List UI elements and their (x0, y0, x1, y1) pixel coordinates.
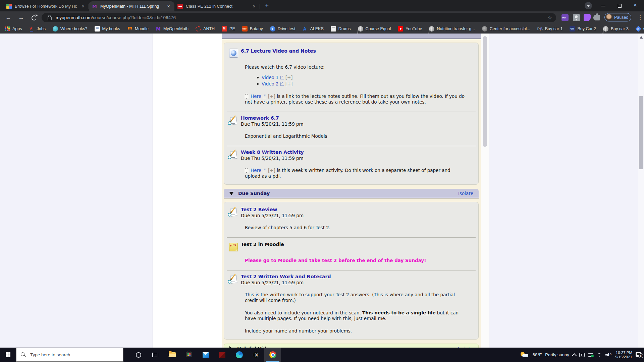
taskbar-app-store[interactable] (180, 348, 197, 362)
taskbar-app-redapp[interactable] (214, 348, 231, 362)
menu-dots-icon[interactable] (635, 14, 642, 21)
collapse-triangle-icon[interactable] (229, 192, 234, 195)
browser-tab-class-pe-212-in-co[interactable]: Class PE 212 in Connect× (174, 1, 260, 11)
weather-icon[interactable] (520, 352, 529, 358)
taskbar-app-edge[interactable] (231, 348, 248, 362)
windows-logo-icon (6, 352, 11, 357)
paragraph: This is the written work to support your… (245, 292, 465, 303)
window-scrollbar[interactable] (638, 34, 644, 348)
text-segment[interactable]: [+] (268, 168, 275, 173)
window-scrollbar-thumb[interactable] (639, 96, 643, 169)
bookmark-label: Drums (338, 26, 351, 31)
taskbar-search[interactable] (16, 348, 123, 362)
bookmark-buy-car-2[interactable]: Buy Car 2 (570, 26, 596, 32)
cast-tray-icon[interactable] (579, 353, 585, 357)
bookmark-star-icon[interactable] (548, 15, 552, 21)
bookmark-jobs[interactable]: Jobs (29, 26, 46, 32)
weather-temperature[interactable]: 68°F (533, 352, 542, 357)
extensions-puzzle-icon[interactable] (594, 15, 600, 20)
wifi-tray-icon[interactable] (597, 353, 602, 357)
profile-paused-button[interactable]: Paused (604, 13, 631, 21)
content-scrollbar[interactable] (481, 34, 489, 348)
lock-icon[interactable] (48, 17, 52, 20)
gd-square-icon (570, 26, 575, 32)
taskbar-app-folder[interactable] (164, 348, 180, 362)
address-bar[interactable]: myopenmath.com/course/course.php?folder=… (42, 13, 556, 22)
doc-gray-icon (331, 26, 336, 32)
forward-button[interactable] (17, 13, 25, 22)
taskbar-app-chrome[interactable] (264, 348, 281, 362)
bookmark-label: Buy car 3 (611, 26, 629, 31)
tab-close-icon[interactable]: × (80, 4, 86, 9)
bookmark-drums[interactable]: Drums (331, 26, 351, 32)
bookmarks-overflow-chevron-icon[interactable]: » (637, 26, 639, 32)
reload-button[interactable] (30, 13, 38, 22)
battery-security-tray-icon[interactable] (588, 353, 593, 357)
accessibility-extension-icon[interactable] (573, 14, 580, 21)
new-tab-button[interactable] (263, 1, 272, 11)
taskbar-app-taskview[interactable] (147, 348, 164, 362)
bookmark-apps[interactable]: Apps (5, 26, 22, 32)
back-button[interactable] (4, 13, 13, 22)
paragraph: Include your name and number your proble… (245, 328, 465, 334)
text-segment[interactable]: [+] (268, 94, 275, 99)
item-title-link[interactable]: Homework 6.7 (241, 115, 478, 121)
store-taskbar-icon (186, 352, 192, 357)
taskbar-app-cortana[interactable] (130, 348, 147, 362)
taskbar-app-mail[interactable] (197, 348, 214, 362)
isolate-link[interactable]: Isolate (458, 191, 473, 196)
taskbar-app-xbox[interactable] (248, 348, 264, 362)
weather-condition[interactable]: Partly sunny (545, 352, 569, 357)
minimize-button[interactable] (598, 1, 608, 11)
scroll-up-arrow-icon[interactable] (640, 36, 643, 39)
show-hidden-icons-chevron-icon[interactable] (572, 353, 577, 358)
bookmark-moodle[interactable]: Moodle (127, 26, 149, 32)
bookmark-pe[interactable]: PE (222, 26, 235, 32)
content-link[interactable]: Video 1 (262, 75, 279, 80)
bookmarks-bar: AppsJobsWhere books?My booksMoodleMyOpen… (0, 24, 644, 34)
bookmark-where-books[interactable]: Where books? (53, 26, 88, 32)
content-link[interactable]: Here (251, 94, 261, 99)
pdf-extension-icon[interactable] (561, 14, 569, 21)
search-input[interactable] (30, 352, 115, 358)
item-title-link[interactable]: Test 2 Review (241, 207, 478, 212)
bookmark-course-equal[interactable]: Course Equal (358, 26, 391, 32)
tab-close-icon[interactable]: × (251, 4, 257, 9)
content-link[interactable]: Here (251, 168, 261, 173)
item-title-link[interactable]: Test 2 Written Work and Notecard (241, 274, 478, 279)
bookmark-nutrition-transfer-g[interactable]: Nutrition transfer g... (429, 26, 475, 32)
volume-muted-tray-icon[interactable] (605, 353, 612, 357)
maximize-button[interactable] (614, 1, 625, 11)
notification-center-icon[interactable]: 5 (636, 352, 642, 357)
purple-extension-icon[interactable] (584, 14, 591, 21)
item-title-link[interactable]: Week 8 Written Activity (241, 149, 478, 155)
tab-search-icon[interactable] (585, 2, 592, 9)
taskbar-clock[interactable]: 10:27 PM 5/15/2021 (615, 351, 632, 359)
content-link[interactable]: Video 2 (262, 81, 279, 86)
tab-close-icon[interactable]: × (166, 4, 171, 9)
text-segment[interactable]: [+] (285, 75, 293, 80)
bookmark-buy-car-1[interactable]: Buy car 1 (537, 26, 563, 32)
browser-tab-browse-for-homewor[interactable]: Browse For Homework Do My Hc× (3, 1, 89, 11)
section-header-due-sunday[interactable]: Due SundayIsolate (224, 189, 479, 198)
start-button[interactable] (0, 348, 16, 362)
item-title-link[interactable]: 6.7 Lecture Video and Notes (241, 48, 478, 54)
content-scrollbar-thumb[interactable] (483, 36, 487, 147)
bookmark-drive-test[interactable]: Drive test (270, 26, 296, 32)
paragraph: You also need to include your notecard i… (245, 310, 465, 321)
bookmark-myopenmath[interactable]: MyOpenMath (156, 26, 189, 32)
browser-tab-myopenmath-mth-1[interactable]: MyOpenMath - MTH 111 Spring× (89, 1, 174, 11)
bookmark-my-books[interactable]: My books (95, 26, 120, 32)
paragraph: Here[+] is a link to the lecture notes o… (245, 94, 465, 105)
bookmark-youtube[interactable]: YouTube (398, 26, 422, 32)
window-close-button[interactable] (631, 1, 641, 11)
bookmark-botany[interactable]: Botany (242, 26, 263, 32)
bookmark-center-for-accessibl[interactable]: Center for accessibl... (482, 26, 530, 32)
text-segment[interactable]: [+] (285, 81, 293, 86)
bookmark-aleks[interactable]: ALEKS (302, 26, 323, 32)
bookmark-label: Course Equal (366, 26, 391, 31)
external-link-icon (263, 95, 266, 98)
tab-title: Class PE 212 in Connect (186, 4, 251, 9)
bookmark-buy-car-3[interactable]: Buy car 3 (603, 26, 629, 32)
bookmark-anth[interactable]: ANTH (196, 26, 215, 32)
